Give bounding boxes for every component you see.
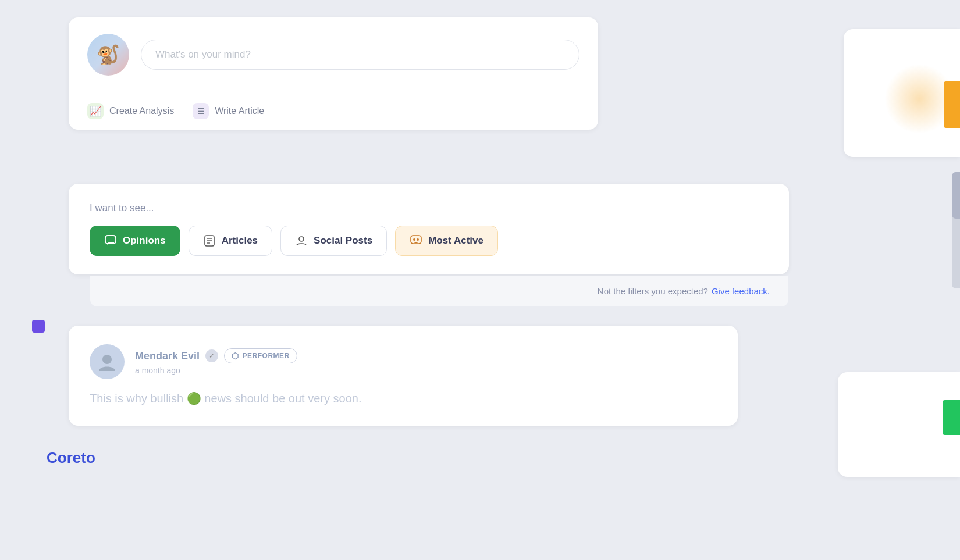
post-header: Mendark Evil ✓ ⬡ PERFORMER a month ago [90, 344, 717, 379]
performer-badge: ⬡ PERFORMER [224, 348, 297, 363]
feedback-text: Not the filters you expected? [598, 286, 708, 296]
performer-badge-icon: ⬡ [232, 351, 239, 361]
opinions-icon [104, 234, 117, 247]
post-card: Mendark Evil ✓ ⬡ PERFORMER a month ago T… [69, 326, 738, 426]
feedback-link[interactable]: Give feedback. [712, 286, 770, 296]
analysis-icon: 📈 [87, 103, 104, 119]
performer-badge-label: PERFORMER [243, 352, 290, 360]
brand-label: Coreto [47, 449, 95, 467]
orange-accent-bar [944, 81, 960, 128]
svg-point-9 [102, 355, 112, 364]
page-wrapper: 🐒 What's on your mind? 📈 Create Analysis… [0, 0, 960, 560]
filter-opinions-button[interactable]: Opinions [90, 226, 180, 256]
scrollbar-track[interactable] [952, 172, 960, 288]
svg-point-5 [299, 237, 304, 241]
filter-buttons: Opinions Articles [90, 226, 768, 256]
write-article-button[interactable]: ☰ Write Article [193, 103, 264, 119]
post-content: This is why bullish 🟢 news should be out… [90, 390, 717, 407]
post-author-row: Mendark Evil ✓ ⬡ PERFORMER [135, 348, 297, 363]
composer-top: 🐒 What's on your mind? [69, 17, 598, 92]
create-analysis-button[interactable]: 📈 Create Analysis [87, 103, 174, 119]
composer-placeholder: What's on your mind? [155, 49, 251, 60]
composer-input[interactable]: What's on your mind? [141, 40, 579, 70]
post-author-name: Mendark Evil [135, 350, 200, 362]
filter-prompt: I want to see... [90, 202, 768, 214]
social-posts-label: Social Posts [314, 235, 372, 247]
post-time: a month ago [135, 366, 297, 375]
filter-articles-button[interactable]: Articles [189, 226, 272, 256]
filter-card: I want to see... Opinions [69, 184, 789, 274]
social-posts-icon [295, 234, 308, 247]
green-accent-bar [943, 400, 960, 435]
articles-icon [203, 234, 216, 247]
purple-accent [32, 320, 45, 333]
scrollbar-thumb[interactable] [952, 172, 960, 219]
avatar: 🐒 [87, 34, 129, 76]
articles-label: Articles [222, 235, 258, 247]
svg-point-7 [413, 238, 415, 241]
filter-most-active-button[interactable]: Most Active [395, 226, 498, 256]
post-author-avatar [90, 344, 125, 379]
create-analysis-label: Create Analysis [109, 106, 174, 116]
write-article-label: Write Article [215, 106, 264, 116]
opinions-label: Opinions [123, 235, 166, 247]
composer-card: 🐒 What's on your mind? 📈 Create Analysis… [69, 17, 598, 130]
svg-point-8 [417, 238, 419, 241]
most-active-label: Most Active [428, 235, 483, 247]
verified-icon: ✓ [205, 349, 218, 362]
post-meta: Mendark Evil ✓ ⬡ PERFORMER a month ago [135, 348, 297, 375]
composer-actions: 📈 Create Analysis ☰ Write Article [69, 92, 598, 130]
most-active-icon [410, 234, 422, 247]
article-icon: ☰ [193, 103, 209, 119]
right-bottom-card-partial [838, 372, 960, 477]
filter-social-posts-button[interactable]: Social Posts [280, 226, 387, 256]
feedback-bar: Not the filters you expected? Give feedb… [90, 276, 788, 306]
